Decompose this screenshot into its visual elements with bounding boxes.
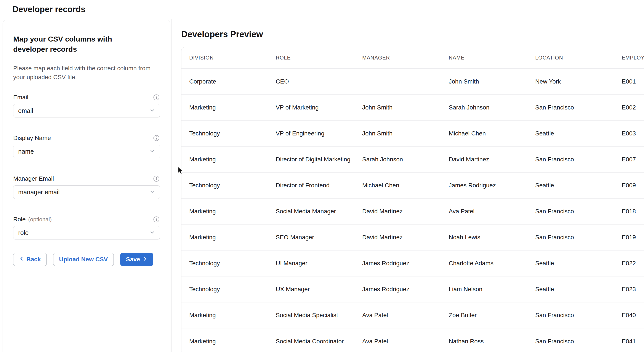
field-label: Role xyxy=(13,216,26,223)
table-row: MarketingDirector of Digital MarketingSa… xyxy=(182,147,644,173)
csv-mapping-panel: Map your CSV columns with developer reco… xyxy=(2,20,170,352)
column-header: EMPLOYEE ID xyxy=(622,55,644,61)
field-label-row: Role (optional) xyxy=(13,216,160,223)
table-cell: Marketing xyxy=(189,208,276,215)
table-cell: San Francisco xyxy=(535,208,622,215)
table-cell: Seattle xyxy=(535,130,622,137)
table-cell: Seattle xyxy=(535,182,622,189)
table-cell: Social Media Coordinator xyxy=(276,338,362,345)
preview-heading: Developers Preview xyxy=(181,29,644,39)
table-cell: Marketing xyxy=(189,156,276,163)
select-value: name xyxy=(18,148,150,155)
table-cell: E041 xyxy=(622,338,644,345)
table-row: MarketingSEO ManagerDavid MartinezNoah L… xyxy=(182,225,644,250)
table-cell: Marketing xyxy=(189,104,276,111)
column-select[interactable]: name xyxy=(13,145,160,158)
table-cell: James Rodriguez xyxy=(362,260,449,267)
column-select[interactable]: role xyxy=(13,226,160,239)
chevron-right-icon xyxy=(142,256,148,263)
table-cell: Seattle xyxy=(535,286,622,293)
table-cell: UX Manager xyxy=(276,286,362,293)
table-cell: Michael Chen xyxy=(449,130,535,137)
table-cell: San Francisco xyxy=(535,234,622,241)
table-cell: Marketing xyxy=(189,312,276,319)
chevron-down-icon xyxy=(150,148,155,155)
mapping-field-email: Email email xyxy=(13,94,160,118)
field-label: Email xyxy=(13,94,28,101)
mapping-heading: Map your CSV columns with developer reco… xyxy=(13,34,138,54)
field-label-row: Display Name xyxy=(13,134,160,142)
table-row: TechnologyUI ManagerJames RodriguezCharl… xyxy=(182,250,644,276)
chevron-down-icon xyxy=(150,189,155,195)
table-cell: E001 xyxy=(622,78,644,85)
table-cell: David Martinez xyxy=(362,234,449,241)
mapping-actions: Back Upload New CSV Save xyxy=(13,253,160,266)
table-cell: Sarah Johnson xyxy=(449,104,535,111)
table-cell: John Smith xyxy=(362,130,449,137)
column-header: DIVISION xyxy=(189,55,276,61)
table-cell: Technology xyxy=(189,130,276,137)
save-button-label: Save xyxy=(126,256,140,263)
table-cell: Liam Nelson xyxy=(449,286,535,293)
mapping-field-display-name: Display Name name xyxy=(13,134,160,158)
window-title-bar: Developer records xyxy=(0,0,644,19)
back-button[interactable]: Back xyxy=(13,253,47,266)
info-icon[interactable] xyxy=(153,216,160,223)
table-cell: San Francisco xyxy=(535,312,622,319)
field-label: Manager Email xyxy=(13,175,54,182)
table-cell: CEO xyxy=(276,78,362,85)
table-row: MarketingVP of MarketingJohn SmithSarah … xyxy=(182,95,644,121)
table-cell: E009 xyxy=(622,182,644,189)
table-cell: Technology xyxy=(189,182,276,189)
table-cell: San Francisco xyxy=(535,104,622,111)
chevron-left-icon xyxy=(19,256,24,263)
upload-new-csv-button[interactable]: Upload New CSV xyxy=(53,253,114,266)
page-title: Developer records xyxy=(12,5,86,14)
table-row: TechnologyVP of EngineeringJohn SmithMic… xyxy=(182,121,644,147)
table-cell: SEO Manager xyxy=(276,234,362,241)
mapping-field-manager-email: Manager Email manager email xyxy=(13,175,160,199)
table-row: TechnologyUX ManagerJames RodriguezLiam … xyxy=(182,276,644,302)
field-label: Display Name xyxy=(13,135,51,142)
table-cell: E002 xyxy=(622,104,644,111)
select-value: email xyxy=(18,107,150,114)
table-cell: Social Media Specialist xyxy=(276,312,362,319)
table-cell: Technology xyxy=(189,286,276,293)
table-cell: San Francisco xyxy=(535,156,622,163)
table-cell: John Smith xyxy=(449,78,535,85)
table-cell: Technology xyxy=(189,260,276,267)
field-label-row: Manager Email xyxy=(13,175,160,182)
info-icon[interactable] xyxy=(153,135,160,141)
table-cell: E007 xyxy=(622,156,644,163)
table-cell: Zoe Butler xyxy=(449,312,535,319)
column-header: ROLE xyxy=(276,55,362,61)
save-button[interactable]: Save xyxy=(120,253,153,266)
table-cell: Nathan Ross xyxy=(449,338,535,345)
column-select[interactable]: manager email xyxy=(13,185,160,199)
select-value: manager email xyxy=(18,189,150,196)
table-row: MarketingSocial Media CoordinatorAva Pat… xyxy=(182,328,644,352)
table-cell: David Martinez xyxy=(449,156,535,163)
column-header: MANAGER xyxy=(362,55,449,61)
table-cell: Noah Lewis xyxy=(449,234,535,241)
table-cell: E019 xyxy=(622,234,644,241)
table-cell: James Rodriguez xyxy=(362,286,449,293)
column-select[interactable]: email xyxy=(13,104,160,118)
table-cell: VP of Marketing xyxy=(276,104,362,111)
info-icon[interactable] xyxy=(153,175,160,182)
upload-button-label: Upload New CSV xyxy=(59,256,108,263)
table-cell: E003 xyxy=(622,130,644,137)
table-row: CorporateCEOJohn SmithNew YorkE001 xyxy=(182,69,644,95)
mapping-fields: Email email Display Name xyxy=(13,94,160,239)
info-icon[interactable] xyxy=(153,94,160,101)
table-cell: Sarah Johnson xyxy=(362,156,449,163)
mapping-field-role: Role (optional) role xyxy=(13,216,160,239)
table-cell: E022 xyxy=(622,260,644,267)
table-cell: Ava Patel xyxy=(362,338,449,345)
table-body: CorporateCEOJohn SmithNew YorkE001Market… xyxy=(182,69,644,352)
table-cell: John Smith xyxy=(362,104,449,111)
table-cell: E023 xyxy=(622,286,644,293)
table-header-row: DIVISIONROLEMANAGERNAMELOCATIONEMPLOYEE … xyxy=(182,47,644,69)
table-cell: Director of Digital Marketing xyxy=(276,156,362,163)
table-cell: Director of Frontend xyxy=(276,182,362,189)
